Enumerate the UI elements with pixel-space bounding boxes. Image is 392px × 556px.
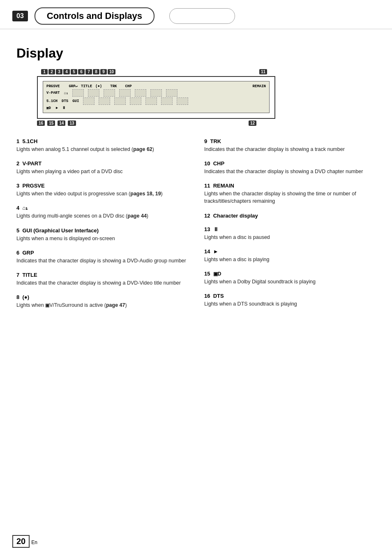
desc-heading-9: 9 TRK	[204, 138, 367, 144]
header-right-decoration	[169, 8, 235, 24]
badge-5: 5	[71, 69, 77, 74]
lcd-pause-sym: ⏸	[62, 106, 66, 110]
desc-num-10: 10	[204, 160, 210, 167]
badge-15: 15	[47, 120, 55, 126]
page-footer: 20 En	[12, 535, 37, 548]
play-sym-label: ►	[213, 248, 219, 255]
dolby-d-sym-label: ▣D	[213, 271, 221, 277]
desc-text-13: Lights when a disc is paused	[204, 234, 367, 241]
desc-num-15: 15	[204, 271, 210, 277]
desc-text-5: Lights when a menu is displayed on-scree…	[16, 235, 188, 242]
desc-text-7: Indicates that the character display is …	[16, 279, 188, 287]
desc-heading-6: 6 GRP	[16, 250, 188, 256]
badge-4: 4	[63, 69, 70, 74]
lcd-row-51ch: 5.1CH DTS GUI	[46, 97, 266, 105]
seg-4	[119, 89, 131, 97]
seg-2	[88, 89, 99, 97]
desc-item-7: 7 TITLE Indicates that the character dis…	[16, 272, 188, 287]
desc-item-6: 6 GRP Indicates that the character displ…	[16, 250, 188, 264]
lcd-row-symbols: ▣D ► ⏸	[46, 106, 266, 110]
desc-num-5: 5	[16, 227, 19, 234]
desc-item-8: 8 (●) Lights when ▣V/TruSurround is acti…	[16, 294, 188, 309]
desc-text-9: Indicates that the character display is …	[204, 146, 367, 153]
desc-num-7: 7	[16, 272, 19, 278]
desc-num-6: 6	[16, 250, 19, 256]
lcd-row-vpart: V-PART ⌂₁	[46, 89, 266, 97]
lcd-dolby-sym: ▣D	[46, 106, 51, 110]
seg-9	[99, 97, 110, 105]
badge-12: 12	[249, 120, 256, 126]
lcd-dts: DTS	[62, 99, 68, 103]
lcd-trk: TRK	[110, 84, 117, 88]
desc-num-1: 1	[16, 138, 19, 144]
badge-8: 8	[93, 69, 99, 74]
lcd-title: TITLE	[81, 84, 92, 88]
lcd-grp: GRP↵	[69, 84, 78, 88]
seg-3	[104, 89, 115, 97]
desc-heading-7: 7 TITLE	[16, 272, 188, 278]
desc-item-9: 9 TRK Indicates that the character displ…	[204, 138, 367, 153]
desc-num-2: 2	[16, 160, 19, 167]
desc-item-12: 12 Character display	[204, 213, 367, 219]
seg-7	[166, 89, 178, 97]
desc-col-right: 9 TRK Indicates that the character displ…	[196, 138, 376, 316]
desc-text-4: Lights during multi-angle scenes on a DV…	[16, 212, 188, 220]
seg-11	[130, 97, 141, 105]
badge-1: 1	[41, 69, 48, 74]
desc-heading-11: 11 REMAIN	[204, 183, 367, 189]
lcd-angle-sym: ⌂₁	[64, 91, 68, 95]
desc-num-16: 16	[204, 293, 210, 299]
desc-heading-3: 3 PRGSVE	[16, 183, 188, 189]
lcd-screen: PRGSVE GRP↵ TITLE (●) TRK CHP REMAIN V-P…	[43, 81, 270, 113]
desc-item-4: 4 ⌂₁ Lights during multi-angle scenes on…	[16, 205, 188, 220]
desc-heading-12: 12 Character display	[204, 213, 367, 219]
badge-7: 7	[85, 69, 92, 74]
desc-text-15: Lights when a Dolby Digital soundtrack i…	[204, 278, 367, 285]
desc-col-left: 1 5.1CH Lights when analog 5.1 channel o…	[16, 138, 196, 316]
page-title: Display	[16, 46, 376, 61]
lcd-prgsve: PRGSVE	[46, 84, 60, 88]
badge-14: 14	[58, 120, 65, 126]
desc-num-14: 14	[204, 248, 210, 255]
language-label: En	[31, 540, 37, 545]
chapter-number: 03	[12, 11, 28, 21]
desc-heading-1: 1 5.1CH	[16, 138, 188, 144]
desc-item-14: 14 ► Lights when a disc is playing	[204, 248, 367, 263]
seg-6	[150, 89, 162, 97]
badge-16: 16	[37, 120, 45, 126]
seg-8	[83, 97, 95, 105]
lcd-vpart: V-PART	[46, 91, 60, 95]
desc-num-4: 4	[16, 205, 19, 211]
lcd-diagram: PRGSVE GRP↵ TITLE (●) TRK CHP REMAIN V-P…	[37, 76, 275, 119]
desc-num-12: 12	[204, 213, 210, 219]
desc-item-5: 5 GUI (Graphical User Interface) Lights …	[16, 227, 188, 242]
lcd-row-labels: PRGSVE GRP↵ TITLE (●) TRK CHP REMAIN	[46, 84, 266, 88]
page-header: 03 Controls and Displays	[0, 0, 392, 29]
seg-13	[161, 97, 173, 105]
desc-text-11: Lights when the character display is sho…	[204, 190, 367, 205]
desc-item-11: 11 REMAIN Lights when the character disp…	[204, 183, 367, 205]
desc-text-2: Lights when playing a video part of a DV…	[16, 168, 188, 175]
desc-num-3: 3	[16, 183, 19, 189]
desc-heading-8: 8 (●)	[16, 294, 188, 300]
seg-5	[135, 89, 146, 97]
desc-text-8: Lights when ▣V/TruSurround is active (pa…	[16, 301, 188, 309]
desc-item-1: 1 5.1CH Lights when analog 5.1 channel o…	[16, 138, 188, 153]
desc-text-14: Lights when a disc is playing	[204, 256, 367, 263]
desc-num-9: 9	[204, 138, 207, 144]
desc-heading-15: 15 ▣D	[204, 271, 367, 277]
desc-num-11: 11	[204, 183, 210, 189]
badge-11: 11	[259, 69, 267, 74]
lcd-surround: (●)	[95, 84, 102, 88]
pause-sym-label: ⏸	[213, 226, 219, 232]
desc-text-1: Lights when analog 5.1 channel output is…	[16, 146, 188, 153]
angle-icon: ⌂₁	[22, 205, 28, 211]
desc-num-8: 8	[16, 294, 19, 300]
lcd-51ch: 5.1CH	[46, 99, 58, 103]
seg-1	[72, 89, 84, 97]
dolby-symbol: ▣	[45, 303, 49, 308]
desc-heading-14: 14 ►	[204, 248, 367, 255]
seg-10	[114, 97, 126, 105]
lcd-play-sym: ►	[56, 106, 58, 110]
badge-2: 2	[48, 69, 55, 74]
